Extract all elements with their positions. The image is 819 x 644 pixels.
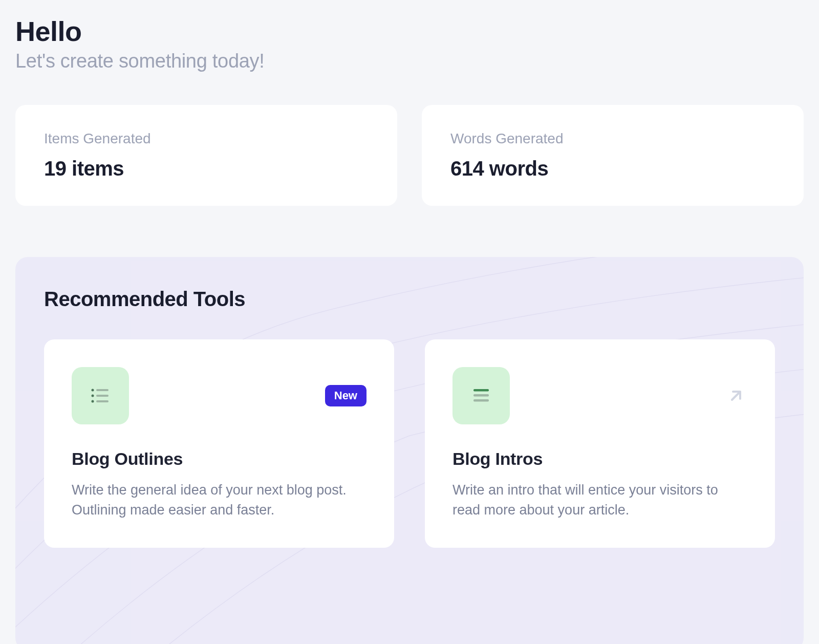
svg-rect-8 — [473, 399, 489, 402]
svg-point-0 — [92, 389, 94, 392]
stat-value: 614 words — [450, 157, 775, 180]
tool-card-header: New — [72, 367, 367, 424]
tool-description: Write an intro that will entice your vis… — [452, 480, 747, 520]
stat-card-items: Items Generated 19 items — [15, 105, 397, 206]
tool-card-header — [452, 367, 747, 424]
paragraph-lines-icon — [469, 384, 493, 407]
new-badge: New — [325, 385, 367, 406]
svg-rect-3 — [96, 395, 109, 397]
tools-row: New Blog Outlines Write the general idea… — [44, 339, 775, 548]
arrow-up-right-icon — [725, 384, 747, 407]
tool-title: Blog Outlines — [72, 449, 367, 469]
stats-row: Items Generated 19 items Words Generated… — [15, 105, 804, 206]
svg-point-4 — [92, 400, 94, 403]
svg-rect-6 — [473, 389, 489, 392]
dashboard-header: Hello Let's create something today! — [15, 15, 804, 72]
tool-title: Blog Intros — [452, 449, 747, 469]
greeting-title: Hello — [15, 15, 804, 47]
svg-rect-1 — [96, 389, 109, 391]
stat-label: Words Generated — [450, 131, 775, 147]
tool-card-blog-intros[interactable]: Blog Intros Write an intro that will ent… — [425, 339, 775, 548]
list-bullets-icon — [89, 384, 112, 407]
tool-card-blog-outlines[interactable]: New Blog Outlines Write the general idea… — [44, 339, 394, 548]
stat-card-words: Words Generated 614 words — [422, 105, 804, 206]
greeting-subtitle: Let's create something today! — [15, 50, 804, 72]
recommended-section: Recommended Tools New Blog Outlines Wr — [15, 257, 804, 644]
stat-label: Items Generated — [44, 131, 369, 147]
svg-point-2 — [92, 395, 94, 397]
tool-description: Write the general idea of your next blog… — [72, 480, 367, 520]
section-title: Recommended Tools — [44, 288, 775, 311]
svg-rect-7 — [473, 394, 489, 397]
svg-rect-5 — [96, 400, 109, 402]
tool-icon-container — [452, 367, 510, 424]
tool-icon-container — [72, 367, 129, 424]
stat-value: 19 items — [44, 157, 369, 180]
